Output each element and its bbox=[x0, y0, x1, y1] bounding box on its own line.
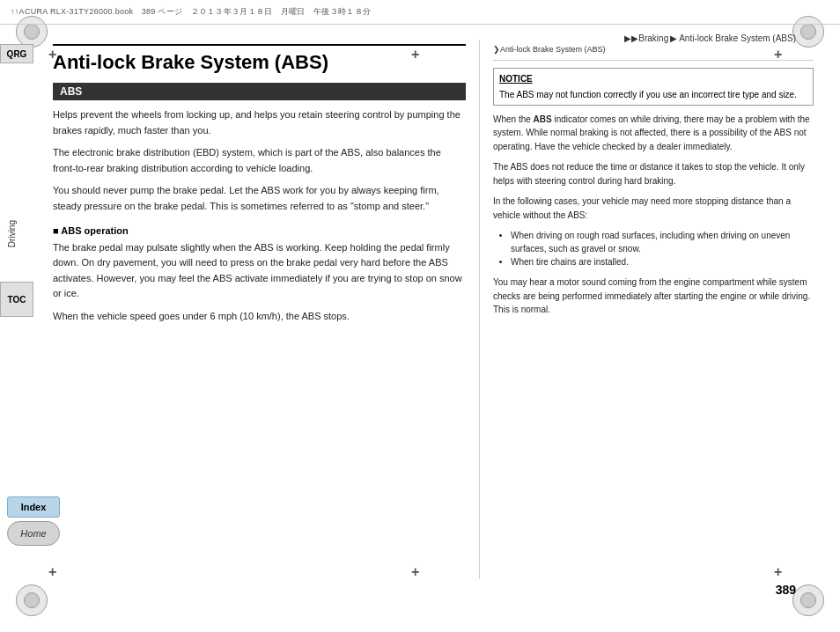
home-label: Home bbox=[20, 528, 46, 539]
qrg-tab[interactable]: QRG bbox=[0, 44, 33, 63]
right-column: ❯Anti-lock Brake System (ABS) NOTICE The… bbox=[480, 40, 822, 579]
index-label: Index bbox=[21, 502, 47, 512]
notice-text: The ABS may not function correctly if yo… bbox=[499, 88, 807, 101]
right-para1-bold: ABS bbox=[534, 114, 552, 124]
abs-operation-header: ABS operation bbox=[53, 225, 466, 236]
toc-tab[interactable]: TOC bbox=[0, 282, 33, 317]
page-number: 389 bbox=[776, 583, 796, 597]
toc-label: TOC bbox=[8, 295, 26, 305]
page-title: Anti-lock Brake System (ABS) bbox=[53, 44, 466, 74]
right-para1: When the ABS indicator comes on while dr… bbox=[493, 113, 814, 154]
right-breadcrumb: ❯Anti-lock Brake System (ABS) bbox=[493, 44, 814, 61]
right-para4: You may hear a motor sound coming from t… bbox=[493, 276, 814, 317]
abs-section-header: ABS bbox=[53, 83, 466, 100]
right-para1-prefix: When the bbox=[493, 114, 534, 124]
abs-para3: You should never pump the brake pedal. L… bbox=[53, 183, 466, 214]
main-content: Anti-lock Brake System (ABS) ABS Helps p… bbox=[48, 40, 822, 579]
right-para3: In the following cases, your vehicle may… bbox=[493, 195, 814, 222]
abs-operation-para2: When the vehicle speed goes under 6 mph … bbox=[53, 309, 466, 325]
bullet-item-1: When driving on rough road surfaces, inc… bbox=[511, 229, 814, 255]
corner-decoration-bl bbox=[16, 584, 48, 616]
abs-para1: Helps prevent the wheels from locking up… bbox=[53, 107, 466, 138]
abs-para2: The electronic brake distribution (EBD) … bbox=[53, 145, 466, 176]
corner-decoration-br bbox=[792, 584, 824, 616]
bullet-item-2: When tire chains are installed. bbox=[511, 255, 814, 268]
qrg-label: QRG bbox=[7, 49, 27, 59]
abs-operation-para1: The brake pedal may pulsate slightly whe… bbox=[53, 240, 466, 302]
driving-label: Driving bbox=[7, 220, 17, 247]
top-header: ↑↑ACURA RLX-31TY26000.book 389 ページ ２０１３年… bbox=[0, 0, 840, 25]
abs-section-label: ABS bbox=[60, 85, 82, 98]
right-para2: The ABS does not reduce the time or dist… bbox=[493, 160, 814, 187]
notice-box: NOTICE The ABS may not function correctl… bbox=[493, 68, 814, 106]
left-column: Anti-lock Brake System (ABS) ABS Helps p… bbox=[48, 40, 480, 579]
notice-title: NOTICE bbox=[499, 72, 807, 85]
bullet-list: When driving on rough road surfaces, inc… bbox=[502, 229, 814, 268]
file-info: ↑↑ACURA RLX-31TY26000.book 389 ページ ２０１３年… bbox=[11, 6, 371, 18]
